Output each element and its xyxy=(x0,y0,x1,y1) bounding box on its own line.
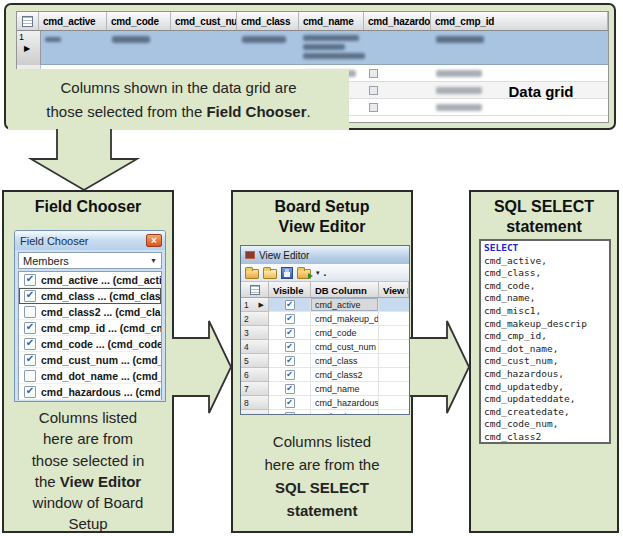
toolbar-dropdown-icon[interactable]: ▾ xyxy=(316,269,320,277)
redacted-text xyxy=(45,37,61,42)
caption-line: those selected from the Field Chooser. xyxy=(8,100,349,124)
checkbox[interactable] xyxy=(24,370,36,382)
table-row[interactable]: 5cmd_class xyxy=(241,354,409,368)
caption-text: Columns shown in the data grid are xyxy=(61,79,297,96)
visible-checkbox[interactable] xyxy=(285,370,295,380)
row-marker-icon: ▶ xyxy=(24,44,30,53)
table-row[interactable]: 1▶cmd_active xyxy=(241,298,409,312)
arrow-right xyxy=(171,319,233,417)
grid-column-header[interactable]: cmd_name xyxy=(299,12,364,30)
grid-column-header[interactable]: DB Column xyxy=(311,282,379,297)
checkbox[interactable] xyxy=(24,386,36,398)
field-chooser-item[interactable]: cmd_code ... (cmd_code) xyxy=(19,336,161,352)
checkbox[interactable] xyxy=(24,306,36,318)
caption-text: the xyxy=(35,473,60,490)
view-display-cell xyxy=(379,298,409,312)
row-number-cell[interactable]: 9 xyxy=(241,410,269,414)
open-folder-icon[interactable] xyxy=(263,269,277,279)
table-row[interactable]: 8cmd_hazardous xyxy=(241,396,409,410)
sql-line: cmd_createdate, xyxy=(484,406,609,419)
field-chooser-item[interactable]: cmd_hazardous ... (cmd_ xyxy=(19,384,161,400)
sql-line: cmd_active, xyxy=(484,255,609,268)
row-number-cell[interactable]: 3 xyxy=(241,326,269,340)
table-row[interactable]: 7cmd_name xyxy=(241,382,409,396)
view-editor-titlebar[interactable]: View Editor xyxy=(241,246,409,264)
visible-checkbox[interactable] xyxy=(285,342,295,352)
sql-line: cmd_dot_name, xyxy=(484,343,609,356)
caption-text: statement xyxy=(287,502,358,519)
visible-checkbox[interactable] xyxy=(285,328,295,338)
grid-column-header[interactable]: cmd_cust_num xyxy=(171,12,237,30)
grid-corner-cell[interactable] xyxy=(17,12,39,30)
field-chooser-item[interactable]: cmd_active ... (cmd_activ xyxy=(19,272,161,288)
dropdown-value: Members xyxy=(23,255,69,267)
checkbox[interactable] xyxy=(24,338,36,350)
field-chooser-item[interactable]: cmd_dot_name ... (cmd_d xyxy=(19,368,161,384)
members-dropdown[interactable]: Members ▼ xyxy=(18,252,162,269)
caption-line: here are from xyxy=(4,428,172,449)
row-marker-icon: ▶ xyxy=(259,301,264,309)
caption-text: . xyxy=(306,103,310,120)
checkbox[interactable] xyxy=(24,322,36,334)
grid-column-header[interactable]: cmd_active xyxy=(39,12,107,30)
data-grid-callout-box: cmd_activecmd_codecmd_cust_numcmd_classc… xyxy=(4,3,616,130)
visible-cell xyxy=(269,410,311,414)
data-grid-label: Data grid xyxy=(485,83,597,100)
caption-text: those selected from the xyxy=(46,103,206,120)
new-folder-icon[interactable] xyxy=(245,269,259,279)
field-label: cmd_cust_num ... (cmd_c xyxy=(41,354,161,366)
checkbox[interactable] xyxy=(24,290,36,302)
row-number-cell[interactable]: 6 xyxy=(241,368,269,382)
row-number-cell[interactable]: 4 xyxy=(241,340,269,354)
field-chooser-item[interactable]: cmd_cmp_id ... (cmd_cmp xyxy=(19,320,161,336)
table-row[interactable]: 9cmd_misc1 xyxy=(241,410,409,414)
visible-checkbox[interactable] xyxy=(285,356,295,366)
view-editor-rows: 1▶cmd_active2cmd_makeup_d...3cmd_code4cm… xyxy=(241,298,409,414)
table-row[interactable]: 3cmd_code xyxy=(241,326,409,340)
visible-checkbox[interactable] xyxy=(285,412,295,415)
table-row[interactable]: 4cmd_cust_num xyxy=(241,340,409,354)
visible-checkbox[interactable] xyxy=(285,384,295,394)
grid-column-header[interactable]: cmd_hazardous xyxy=(364,12,431,30)
row-header-cell[interactable]: 1 ▶ xyxy=(17,31,41,65)
caption-line: statement xyxy=(233,499,411,522)
sql-line: cmd_cmp_id, xyxy=(484,330,609,343)
grid-corner-cell[interactable] xyxy=(241,282,269,297)
redacted-text xyxy=(436,70,482,77)
sql-statement-box: SELECT cmd_active,cmd_class,cmd_code,cmd… xyxy=(479,239,611,444)
grid-column-header[interactable]: cmd_code xyxy=(107,12,171,30)
visible-checkbox[interactable] xyxy=(285,300,295,310)
field-label: cmd_class2 ... (cmd_clas xyxy=(41,306,161,318)
checkbox[interactable] xyxy=(24,354,36,366)
field-chooser-item[interactable]: cmd_class ... (cmd_class) xyxy=(19,288,161,304)
save-icon[interactable] xyxy=(281,267,293,279)
row-number-cell[interactable]: 5 xyxy=(241,354,269,368)
grid-selected-row[interactable]: 1 ▶ xyxy=(17,31,608,65)
grid-column-header[interactable]: cmd_class xyxy=(237,12,299,30)
row-number-cell[interactable]: 7 xyxy=(241,382,269,396)
checkbox[interactable] xyxy=(24,274,36,286)
arrow-down xyxy=(28,128,140,192)
grid-column-header[interactable]: View Di xyxy=(379,282,409,297)
row-number-cell[interactable]: 8 xyxy=(241,396,269,410)
view-display-cell xyxy=(379,312,409,326)
field-chooser-item[interactable]: cmd_cust_num ... (cmd_c xyxy=(19,352,161,368)
db-column-cell: cmd_hazardous xyxy=(311,396,379,410)
row-number-cell[interactable]: 2 xyxy=(241,312,269,326)
field-chooser-titlebar[interactable]: Field Chooser × xyxy=(15,231,165,250)
view-editor-grid-header: VisibleDB ColumnView Di xyxy=(241,282,409,298)
sql-lines: cmd_active,cmd_class,cmd_code,cmd_name,c… xyxy=(484,255,609,444)
row-number-cell[interactable]: 1▶ xyxy=(241,298,269,312)
sql-line: cmd_updateddate, xyxy=(484,393,609,406)
field-chooser-item[interactable]: cmd_class2 ... (cmd_clas xyxy=(19,304,161,320)
grid-column-header[interactable]: cmd_cmp_id xyxy=(431,12,608,30)
caption-text: here are from the xyxy=(264,456,379,473)
table-row[interactable]: 6cmd_class2 xyxy=(241,368,409,382)
export-icon[interactable] xyxy=(297,269,311,279)
close-icon[interactable]: × xyxy=(146,234,162,247)
visible-checkbox[interactable] xyxy=(285,398,295,408)
panel-caption: Columns listedhere are from theSQL SELEC… xyxy=(233,430,411,522)
table-row[interactable]: 2cmd_makeup_d... xyxy=(241,312,409,326)
grid-column-header[interactable]: Visible xyxy=(269,282,311,297)
visible-checkbox[interactable] xyxy=(285,314,295,324)
